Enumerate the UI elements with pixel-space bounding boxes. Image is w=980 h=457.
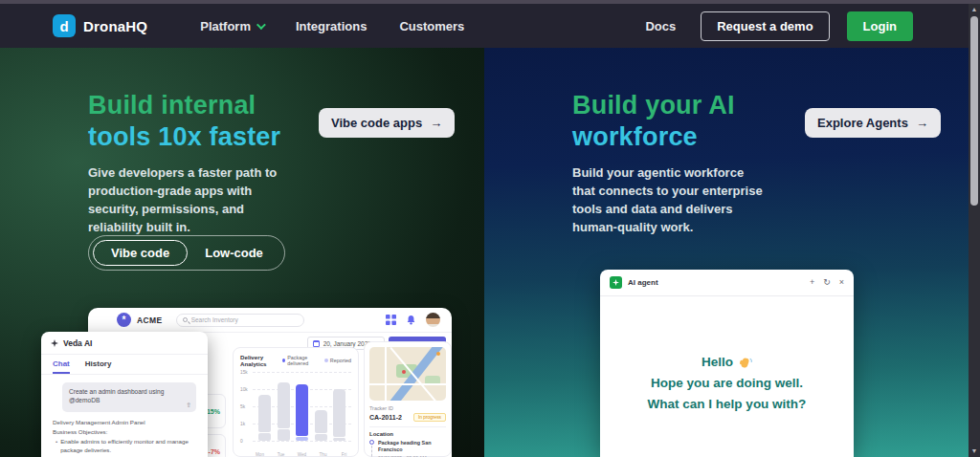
map-thumbnail[interactable]: [369, 347, 446, 401]
bar-mon: [258, 395, 271, 442]
left-hero-title-line2: tools 10x faster: [88, 121, 280, 153]
map-road: [369, 383, 446, 385]
bar-fri: [333, 389, 345, 442]
location-dot-icon: [369, 440, 374, 445]
prompt-text: Create an admin dashboard using @demoDB: [69, 388, 164, 403]
legend-dot-icon: [282, 359, 285, 362]
y-axis-tick: 0: [240, 439, 243, 444]
veda-ai-panel: Veda AI Chat History Create an admin das…: [41, 332, 208, 457]
x-axis-tick: Mon: [254, 452, 266, 457]
chart-bars: [255, 372, 349, 441]
tab-history[interactable]: History: [85, 359, 112, 374]
nav-item-platform-label: Platform: [200, 19, 251, 33]
bar-tue: [278, 382, 290, 442]
right-hero-title-line1: Build your AI: [572, 90, 735, 121]
location-section: Location Package heading San Francisco 0…: [369, 426, 446, 457]
toggle-option-vibe-code[interactable]: Vibe code: [93, 240, 188, 266]
scrollbar[interactable]: ▲ ▼: [969, 4, 980, 457]
brand-name: DronaHQ: [83, 18, 147, 34]
delivery-analytics-chart: Delivery Analytics Package delivered Rep…: [233, 347, 359, 457]
response-bullet: Enable admins to efficiently monitor and…: [53, 437, 196, 454]
map-road: [385, 347, 387, 401]
user-avatar[interactable]: [426, 313, 440, 327]
window-top-strip: [0, 0, 980, 4]
left-hero-title-line1: Build internal: [88, 90, 280, 121]
x-axis-tick: Fri: [338, 452, 350, 457]
timeline-column: [369, 440, 374, 457]
add-icon[interactable]: +: [810, 278, 814, 287]
chevron-down-icon: [256, 20, 266, 30]
arrow-right-icon: →: [916, 116, 928, 130]
search-icon: [183, 317, 188, 322]
acme-logo-icon: *: [117, 313, 131, 327]
stat-value: -7%: [209, 448, 220, 455]
y-axis-tick: 15k: [240, 370, 248, 375]
toggle-option-low-code[interactable]: Low-code: [188, 241, 280, 265]
greeting-line-2: Hope you are doing well.: [600, 373, 854, 394]
sparkle-icon: [51, 339, 58, 347]
y-axis-tick: 10k: [240, 387, 248, 392]
internal-tools-hero: Build internal tools 10x faster Vibe cod…: [0, 48, 484, 457]
login-button[interactable]: Login: [847, 11, 913, 41]
map-marker-icon: [436, 352, 440, 356]
vibe-code-apps-button[interactable]: Vibe code apps →: [319, 108, 455, 138]
brand-logo[interactable]: d DronaHQ: [53, 14, 147, 37]
scroll-up-arrow-icon[interactable]: ▲: [969, 5, 980, 14]
chart-header: Delivery Analytics Package delivered Rep…: [240, 354, 351, 367]
top-navbar: d DronaHQ Platform Integrations Customer…: [0, 4, 969, 48]
calendar-icon: [313, 340, 320, 347]
y-axis-tick: 5k: [240, 404, 245, 409]
legend-label: Package delivered: [287, 355, 318, 366]
bell-icon[interactable]: [406, 315, 416, 325]
send-icon[interactable]: ⇧: [186, 401, 191, 409]
veda-response: Delivery Management Admin Panel Business…: [41, 412, 208, 457]
bar-thu: [315, 410, 327, 442]
left-hero-title: Build internal tools 10x faster: [88, 90, 280, 153]
tab-chat[interactable]: Chat: [53, 359, 70, 374]
tracker-id-label: Tracker ID: [369, 405, 446, 411]
explore-agents-button[interactable]: Explore Agents →: [805, 108, 941, 138]
acme-brand-name: ACME: [137, 316, 163, 325]
apps-grid-icon[interactable]: [386, 315, 396, 325]
nav-right: Docs Request a demo Login: [629, 11, 913, 41]
veda-header: Veda AI: [41, 332, 208, 355]
refresh-icon[interactable]: ↻: [823, 278, 831, 287]
dashboard-header-icons: [386, 313, 440, 327]
legend-item-delivered: Package delivered: [282, 355, 317, 366]
scrollbar-thumb[interactable]: [970, 16, 978, 206]
tracker-id-row: CA-2011-2 In progress: [369, 413, 446, 422]
ai-agent-header: AI agent + ↻ ×: [600, 270, 854, 296]
chart-plot-area: 15k10k5k1k0: [253, 372, 351, 441]
ai-agent-app-icon: [610, 276, 622, 289]
explore-agents-label: Explore Agents: [817, 116, 908, 130]
timeline-dash: [371, 446, 372, 457]
x-axis-tick: Wed: [296, 452, 308, 457]
chart-legend: Package delivered Reported: [282, 355, 351, 366]
scroll-down-arrow-icon[interactable]: ▼: [969, 446, 980, 456]
prompt-input[interactable]: Create an admin dashboard using @demoDB …: [62, 382, 196, 412]
request-demo-button[interactable]: Request a demo: [701, 11, 829, 41]
veda-title: Veda AI: [63, 338, 92, 348]
dronahq-landing-page: d DronaHQ Platform Integrations Customer…: [0, 0, 980, 457]
left-hero-description: Give developers a faster path to product…: [88, 163, 279, 236]
nav-item-docs[interactable]: Docs: [645, 19, 676, 33]
nav-item-integrations[interactable]: Integrations: [296, 19, 367, 33]
location-title: Package heading San Francisco: [378, 440, 446, 453]
ai-workforce-hero: Build your AI workforce Explore Agents →…: [484, 48, 969, 457]
arrow-right-icon: →: [430, 116, 442, 130]
bullet-text: Enable admins to efficiently monitor and…: [60, 437, 196, 454]
greeting-line-3: What can I help you with?: [600, 394, 854, 415]
right-hero-title-line2: workforce: [572, 121, 735, 153]
nav-item-platform[interactable]: Platform: [200, 19, 263, 33]
window-controls: + ↻ ×: [810, 278, 844, 287]
response-title: Delivery Management Admin Panel: [53, 418, 196, 426]
tracker-card: Tracker ID CA-2011-2 In progress Locatio…: [364, 341, 452, 457]
close-icon[interactable]: ×: [839, 278, 844, 287]
veda-tabs: Chat History: [41, 355, 208, 375]
nav-item-customers[interactable]: Customers: [399, 19, 464, 33]
search-input[interactable]: Search Inventory: [176, 314, 304, 327]
x-axis-tick: Tue: [275, 452, 287, 457]
waving-hand-icon: [737, 355, 752, 370]
x-axis-tick: Thu: [317, 452, 329, 457]
vibe-code-apps-label: Vibe code apps: [331, 116, 422, 130]
